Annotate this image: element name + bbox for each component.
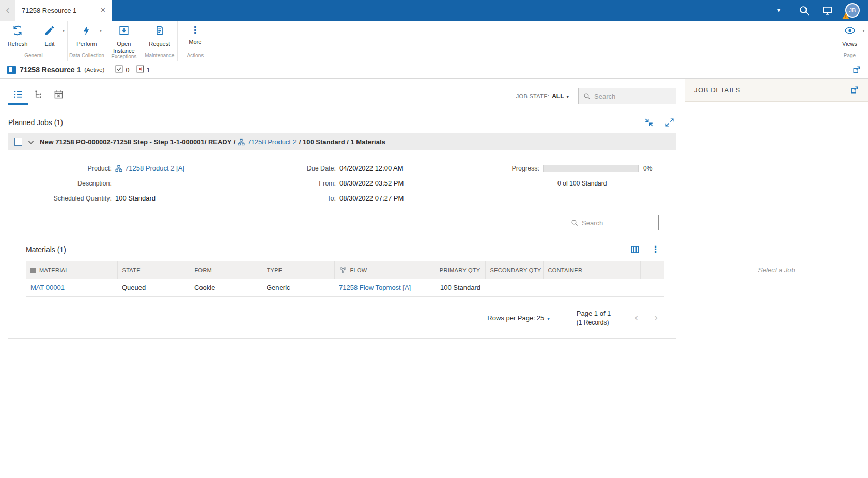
prev-page-icon[interactable]: ‹	[634, 312, 638, 323]
due-date-label: Due Date:	[297, 165, 336, 172]
chevron-down-icon[interactable]	[27, 138, 35, 146]
cell-secondary-qty	[485, 279, 543, 297]
cell-primary-qty: 100 Standard	[428, 279, 485, 297]
ribbon-group-label-page: Page	[833, 53, 866, 61]
refresh-button[interactable]: Refresh	[2, 21, 34, 48]
rows-per-page-label: Rows per Page:	[487, 314, 535, 322]
popout-icon[interactable]	[853, 66, 861, 74]
topbar-actions: ▾ JB !	[777, 0, 868, 21]
ok-count: 0	[126, 66, 129, 74]
cell-container	[543, 279, 640, 297]
views-button[interactable]: ▾ Views	[834, 21, 866, 48]
page-title: 71258 Resource 1	[20, 66, 81, 74]
expand-all-icon[interactable]	[665, 118, 674, 127]
document-icon	[154, 25, 165, 38]
from-value: 08/30/2022 03:52 PM	[339, 179, 484, 188]
planned-jobs-title: Planned Jobs (1)	[8, 118, 63, 127]
tab-hierarchy-view[interactable]	[28, 87, 49, 105]
kebab-menu-icon[interactable]: ⋮	[651, 244, 660, 255]
job-checkbox[interactable]	[14, 138, 22, 146]
job-state-filter[interactable]: JOB STATE: ALL ▾	[516, 92, 569, 100]
cross-square-icon	[136, 65, 144, 75]
monitor-icon[interactable]	[822, 5, 833, 16]
job-row-header[interactable]: New 71258 PO-000002-71258 Step - Step 1-…	[8, 133, 676, 150]
main-area: JOB STATE: ALL ▾ Planned Jobs (1)	[0, 79, 868, 478]
job-product-link[interactable]: 71258 Product 2	[238, 138, 296, 146]
job-summary: Product: 71258 Product 2 [A] Due Date: 0…	[8, 164, 676, 203]
column-header-form[interactable]: FORM	[190, 261, 262, 279]
material-icon	[30, 268, 36, 273]
cell-state: Queued	[117, 279, 190, 297]
more-button[interactable]: ⋮ More	[179, 21, 211, 45]
ribbon-group-actions: ⋮ More Actions	[178, 21, 213, 61]
open-instance-icon	[118, 25, 130, 38]
materials-search[interactable]	[566, 215, 659, 230]
ribbon-group-label-exceptions: Exceptions	[108, 54, 140, 62]
flow-link[interactable]: 71258 Flow Topmost [A]	[339, 284, 411, 291]
eye-icon	[844, 25, 856, 38]
open-instance-label: Open Instance	[108, 41, 140, 54]
job-details-panel: JOB DETAILS Select a Job	[685, 79, 868, 478]
tab-title: 71258 Resource 1	[22, 7, 97, 14]
jobs-search-input[interactable]	[594, 92, 671, 100]
ribbon-group-exceptions: Open Instance Exceptions	[106, 21, 142, 61]
chevron-down-icon: ▾	[566, 94, 569, 99]
material-link[interactable]: MAT 00001	[30, 284, 65, 291]
ribbon-group-general: Refresh ▾ Edit General	[0, 21, 68, 61]
search-icon[interactable]	[799, 5, 810, 16]
column-header-secondary-qty[interactable]: SECONDARY QTY	[485, 261, 543, 279]
column-header-empty	[640, 261, 664, 279]
column-header-material[interactable]: MATERIAL	[26, 261, 117, 279]
pagination: Rows per Page: 25 ▾ Page 1 of 1 (1 Recor…	[26, 309, 662, 327]
collapse-all-icon[interactable]	[644, 118, 654, 127]
ok-count-badge[interactable]: 0	[115, 65, 129, 75]
lightning-icon	[81, 25, 92, 38]
ribbon-group-page: ▾ Views Page	[831, 21, 868, 61]
job-title-prefix: New 71258 PO-000002-71258 Step - Step 1-…	[40, 138, 235, 146]
calendar-x-icon	[54, 89, 64, 101]
popout-icon[interactable]	[850, 86, 859, 94]
next-page-icon[interactable]: ›	[654, 312, 658, 323]
chevron-down-icon: ▾	[547, 316, 550, 321]
product-label: Product:	[8, 165, 112, 172]
ribbon-group-label-data-collection: Data Collection	[69, 53, 104, 61]
page-info: Page 1 of 1 (1 Records)	[577, 309, 611, 327]
scheduled-qty-label: Scheduled Quantity:	[8, 195, 112, 202]
edit-button[interactable]: ▾ Edit	[34, 21, 66, 48]
resource-icon	[7, 66, 16, 74]
columns-icon[interactable]	[630, 245, 640, 254]
ribbon-group-label-actions: Actions	[179, 53, 211, 61]
request-button[interactable]: Request	[144, 21, 176, 48]
column-header-type[interactable]: TYPE	[262, 261, 334, 279]
open-instance-button[interactable]: Open Instance	[108, 21, 140, 54]
column-header-primary-qty[interactable]: PRIMARY QTY	[428, 261, 485, 279]
product-value-link[interactable]: 71258 Product 2 [A]	[115, 164, 184, 172]
product-icon	[115, 165, 122, 172]
materials-section: Materials (1) ⋮	[26, 244, 662, 327]
tab-71258-resource-1[interactable]: 71258 Resource 1 ×	[16, 0, 112, 21]
column-header-container[interactable]: CONTAINER	[543, 261, 640, 279]
refresh-icon	[12, 25, 23, 38]
back-button[interactable]: ‹	[0, 0, 16, 21]
close-icon[interactable]: ×	[101, 6, 105, 14]
search-icon	[571, 219, 578, 226]
avatar[interactable]: JB !	[845, 3, 860, 18]
error-count-badge[interactable]: 1	[136, 65, 150, 75]
job-state-value: ALL	[552, 92, 564, 100]
jobs-search[interactable]	[578, 88, 676, 104]
chevron-down-icon[interactable]: ▾	[777, 7, 780, 14]
tab-calendar-view[interactable]	[49, 87, 69, 105]
materials-search-input[interactable]	[582, 219, 654, 227]
tab-list-view[interactable]	[8, 87, 28, 105]
cell-type: Generic	[262, 279, 334, 297]
column-header-flow[interactable]: FLOW	[334, 261, 428, 279]
search-icon	[583, 92, 591, 100]
chevron-down-icon: ▾	[63, 28, 65, 33]
content-area: JOB STATE: ALL ▾ Planned Jobs (1)	[0, 79, 685, 478]
rows-per-page-select[interactable]: Rows per Page: 25 ▾	[487, 314, 550, 322]
list-icon	[13, 89, 23, 101]
table-row[interactable]: MAT 00001 Queued Cookie Generic 71258 Fl…	[26, 279, 664, 297]
perform-button[interactable]: ▾ Perform	[71, 21, 103, 48]
views-label: Views	[842, 41, 857, 48]
column-header-state[interactable]: STATE	[117, 261, 190, 279]
